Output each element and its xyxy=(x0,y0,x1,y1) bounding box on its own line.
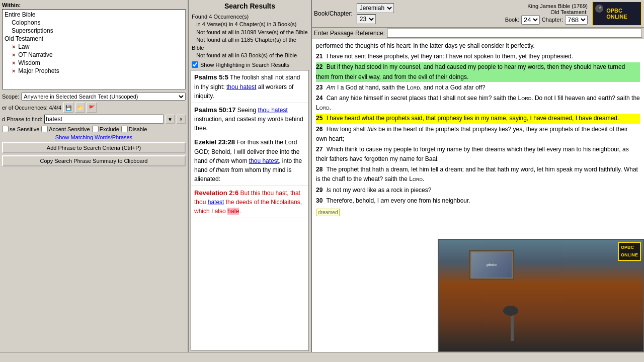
highlighting-label: Show Highlighting in Search Results xyxy=(200,62,289,68)
book-chapter-label: Book/Chapter: xyxy=(314,10,353,17)
book-chapter-nums: Book: 24 Chapter: 768 xyxy=(505,15,588,25)
video-overlay: photo OPBCONLINE xyxy=(438,239,644,352)
result-revelation-2-6[interactable]: Revelation 2:6 But this thou hast, that … xyxy=(191,186,308,219)
case-sensitive-check[interactable]: se Sensitive xyxy=(2,126,39,132)
save-icon-btn[interactable]: 💾 xyxy=(63,103,73,113)
opbc-logo-text: OPBCONLINE xyxy=(606,8,627,20)
status-text xyxy=(2,354,4,360)
tree-item-law[interactable]: ✕ Law xyxy=(4,43,184,51)
add-phrase-button[interactable]: Add Phrase to Search Criteria (Ctrl+P) xyxy=(2,142,186,153)
phrase-input[interactable] xyxy=(44,115,164,124)
passage-label: Enter Passage Reference: xyxy=(314,30,385,37)
opbc-mic-icon: 🎤 xyxy=(595,5,603,13)
occurrences-section: er of Occurrences: 4/4/4 💾 📁 🚩 xyxy=(0,102,188,114)
highlighting-checkbox[interactable] xyxy=(192,61,198,68)
verse-30: 30 Therefore, behold, I am every one fro… xyxy=(316,196,640,206)
disable-checkbox[interactable] xyxy=(121,126,128,132)
stat-line-4: Not found at all in 1185 Chapter(s) of t… xyxy=(192,36,308,52)
stat-line-5: Not found at all in 63 Book(s) of the Bi… xyxy=(192,52,308,59)
result-link-psalms-50-17[interactable]: thou hatest xyxy=(258,107,287,114)
within-label: Within: xyxy=(2,2,186,8)
scope-label: Scope: xyxy=(2,94,19,100)
copy-button[interactable]: Copy Search Phrase Summary to Clipboard xyxy=(2,155,186,166)
result-ref-psalms-50-17: Psalms 50:17 xyxy=(194,106,235,114)
tree-item-wisdom[interactable]: ✕ Wisdom xyxy=(4,59,184,67)
show-words-button[interactable]: Show Matching Words/Phrases xyxy=(2,134,186,140)
tree-item-superscriptions[interactable]: Superscriptions xyxy=(4,27,184,35)
book-num-select[interactable]: 24 xyxy=(521,15,540,25)
book-dropdown-row: Jeremiah xyxy=(357,3,394,13)
verse-21: 21 I have not sent these prophets, yet t… xyxy=(316,52,640,61)
verse-num-28: 28 xyxy=(316,166,323,173)
right-top-bar: Book/Chapter: Jeremiah 23 xyxy=(312,0,644,28)
result-highlight-hate: hate xyxy=(227,208,239,215)
highlighting-row: Show Highlighting in Search Results xyxy=(189,60,311,69)
verse-num-25: 25 xyxy=(316,115,323,122)
opbc-video-logo: OPBCONLINE xyxy=(618,242,641,261)
accent-sensitive-checkbox[interactable] xyxy=(41,126,48,132)
verse-25: 25 I have heard what the prophets said, … xyxy=(316,114,640,123)
result-psalms-5-5[interactable]: Psalms 5:5 The foolish shall not stand i… xyxy=(191,70,308,103)
testament-text: Old Testament: xyxy=(505,9,588,15)
stat-line-2: in 4 Verse(s) in 4 Chapter(s) in 3 Book(… xyxy=(192,21,308,28)
tree-item-entire-bible[interactable]: Entire Bible xyxy=(4,11,184,19)
disable-check[interactable]: Disable xyxy=(121,126,147,132)
bible-version-info: King James Bible (1769) Old Testament: B… xyxy=(505,3,588,25)
result-ref-revelation-2-6: Revelation 2:6 xyxy=(194,189,238,197)
result-link-ezekiel-23-28[interactable]: thou hatest xyxy=(249,157,279,164)
phrase-section: d Phrase to find: ▼ × xyxy=(0,114,188,125)
tree-item-ot-narrative[interactable]: ✕ OT Narrative xyxy=(4,51,184,59)
verse-continuation: performed the thoughts of his heart: in … xyxy=(316,41,640,51)
result-ref-ezekiel-23-28: Ezekiel 23:28 xyxy=(194,138,235,146)
verse-28: 28 The prophet that hath a dream, let hi… xyxy=(316,165,640,184)
result-link-psalms-5-5[interactable]: thou hatest xyxy=(226,83,256,90)
chapter-dropdown-row: 23 xyxy=(357,14,394,24)
book-selector: Book/Chapter: xyxy=(314,10,353,17)
tree-container[interactable]: Entire Bible Colophons Superscriptions O… xyxy=(2,9,186,89)
results-scroll-container[interactable]: Psalms 5:5 The foolish shall not stand i… xyxy=(191,70,309,351)
verse-num-26: 26 xyxy=(316,126,323,133)
bottom-bar xyxy=(0,352,644,362)
result-ezekiel-23-28[interactable]: Ezekiel 23:28 For thus saith the Lord GO… xyxy=(191,135,308,186)
chapter-num-select[interactable]: 768 xyxy=(565,15,588,25)
phrase-label: d Phrase to find: xyxy=(2,116,42,122)
accent-sensitive-check[interactable]: Accent Sensitive xyxy=(41,126,90,132)
opbc-video-text: OPBCONLINE xyxy=(621,245,638,257)
bible-text-container[interactable]: performed the thoughts of his heart: in … xyxy=(312,39,644,352)
verse-29: 29 Is not my word like as a rock in piec… xyxy=(316,186,640,195)
result-link-revelation-2-6[interactable]: hatest xyxy=(208,199,224,206)
phrase-dropdown-btn[interactable]: ▼ xyxy=(166,115,175,124)
phrase-close-btn[interactable]: × xyxy=(177,115,186,124)
verse-24: 24 Can any hide himself in secret places… xyxy=(316,94,640,113)
scope-select[interactable]: Anywhere in Selected Search Text (Unscop… xyxy=(21,93,186,101)
tree-list: Entire Bible Colophons Superscriptions O… xyxy=(3,10,185,76)
verse-num-22: 22 xyxy=(316,63,323,70)
verse-num-27: 27 xyxy=(316,146,323,153)
verse-num-24: 24 xyxy=(316,95,323,102)
flag-icon-btn[interactable]: 🚩 xyxy=(87,103,97,113)
verse-num-29: 29 xyxy=(316,187,323,194)
chapter-select[interactable]: 23 xyxy=(357,14,376,24)
toolbar-icons: 💾 📁 🚩 xyxy=(63,103,97,113)
exclude-check[interactable]: Exclude xyxy=(92,126,119,132)
exclude-checkbox[interactable] xyxy=(92,126,99,132)
tree-item-old-testament[interactable]: Old Testament xyxy=(4,35,184,43)
stat-line-1: Found 4 Occurrence(s) xyxy=(192,13,308,21)
book-select[interactable]: Jeremiah xyxy=(357,3,394,13)
folder-icon-btn[interactable]: 📁 xyxy=(75,103,85,113)
result-ref-psalms-5-5: Psalms 5:5 xyxy=(194,73,228,81)
verse-22: 22 But if they had stood in my counsel, … xyxy=(316,62,640,81)
opbc-logo: 🎤 OPBCONLINE xyxy=(592,1,642,26)
verse-num-21: 21 xyxy=(316,53,323,60)
case-sensitive-checkbox[interactable] xyxy=(2,126,9,132)
verse-num-30: 30 xyxy=(316,197,323,204)
tree-item-colophons[interactable]: Colophons xyxy=(4,19,184,27)
verse-23: 23 Am I a God at hand, saith the LORD, a… xyxy=(316,83,640,93)
scope-section: Scope: Anywhere in Selected Search Text … xyxy=(0,92,188,102)
passage-input[interactable] xyxy=(387,29,642,38)
word-badge: dreamed xyxy=(316,209,340,216)
result-psalms-50-17[interactable]: Psalms 50:17 Seeing thou hatest instruct… xyxy=(191,103,308,136)
stat-line-3: Not found at all in 31098 Verse(s) of th… xyxy=(192,29,308,36)
tree-item-major-prophets[interactable]: ✕ Major Prophets xyxy=(4,67,184,75)
verse-27: 27 Which think to cause my people to for… xyxy=(316,145,640,164)
